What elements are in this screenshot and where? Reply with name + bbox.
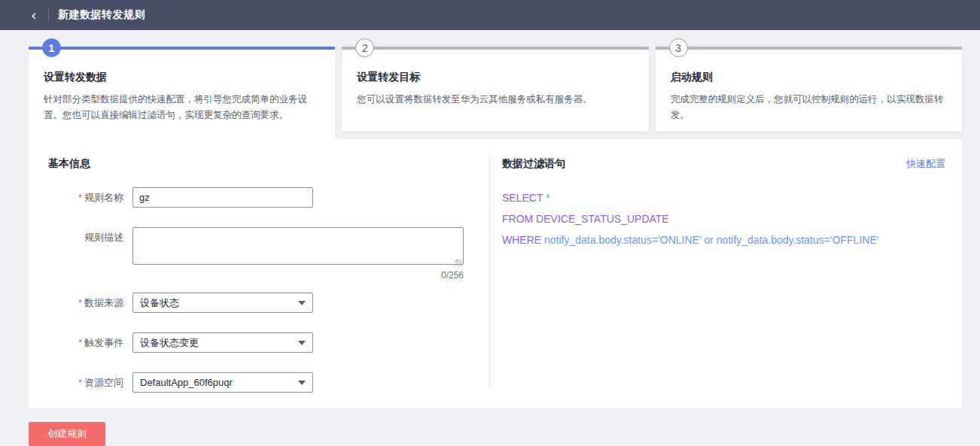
data-filter-panel: 数据过滤语句 快速配置 SELECT * FROM DEVICE_STATUS_…: [490, 139, 962, 408]
data-source-label: *数据来源: [48, 293, 132, 310]
required-marker: *: [78, 192, 82, 203]
step-card-1: 1 设置转发数据 针对部分类型数据提供的快速配置，将引导您完成简单的业务设置。您…: [29, 47, 335, 139]
trigger-event-row: *触发事件 设备状态变更: [48, 332, 489, 353]
sql-from-line: FROM DEVICE_STATUS_UPDATE: [502, 208, 945, 229]
data-source-row: *数据来源 设备状态: [48, 293, 489, 313]
trigger-event-label: *触发事件: [48, 332, 132, 350]
rule-description-label: 规则描述: [48, 227, 132, 244]
step-description-1: 针对部分类型数据提供的快速配置，将引导您完成简单的业务设置。您也可以直接编辑过滤…: [44, 92, 318, 123]
quick-config-link[interactable]: 快速配置: [906, 157, 945, 171]
step-title-2: 设置转发目标: [357, 71, 632, 84]
rule-name-label: *规则名称: [48, 187, 132, 205]
step-title-3: 启动规则: [671, 71, 945, 84]
resource-space-value: DefaultApp_60f6puqr: [140, 377, 233, 388]
data-source-select[interactable]: 设备状态: [132, 293, 313, 313]
chevron-down-icon: [298, 381, 306, 385]
step-number-badge-2: 2: [355, 38, 374, 57]
rule-config-panel: 基本信息 *规则名称 规则描述 0/256 *数据来源 设备状态: [29, 139, 962, 408]
step-card-3: 3 启动规则 完成完整的规则定义后，您就可以控制规则的运行，以实现数据转发。: [656, 47, 962, 132]
step-description-2: 您可以设置将数据转发至华为云其他服务或私有服务器。: [357, 92, 632, 108]
step-progress-line-3: [656, 47, 962, 50]
step-description-3: 完成完整的规则定义后，您就可以控制规则的运行，以实现数据转发。: [671, 92, 945, 123]
step-title-1: 设置转发数据: [44, 71, 318, 84]
header-divider: [48, 9, 49, 21]
step-card-2: 2 设置转发目标 您可以设置将数据转发至华为云其他服务或私有服务器。: [342, 47, 648, 132]
footer-actions: 创建规则: [29, 422, 980, 446]
required-marker: *: [78, 377, 82, 388]
rule-name-row: *规则名称: [48, 187, 489, 208]
rule-description-textarea[interactable]: [132, 227, 464, 265]
basic-info-heading: 基本信息: [48, 157, 489, 171]
chevron-down-icon: [298, 341, 306, 345]
step-progress-line-2: [342, 47, 648, 50]
sql-where-line: WHERE notify_data.body.status='ONLINE' o…: [502, 229, 945, 250]
step-progress-line-1: [29, 47, 335, 50]
resource-space-row: *资源空间 DefaultApp_60f6puqr: [48, 372, 489, 393]
back-button[interactable]: ‹: [26, 7, 42, 23]
sql-select-line: SELECT *: [502, 187, 945, 208]
step-number-badge-3: 3: [669, 38, 688, 57]
step-wizard: 1 设置转发数据 针对部分类型数据提供的快速配置，将引导您完成简单的业务设置。您…: [29, 47, 962, 139]
trigger-event-select[interactable]: 设备状态变更: [132, 332, 313, 353]
char-counter: 0/256: [132, 270, 464, 281]
trigger-event-value: 设备状态变更: [140, 336, 199, 350]
resource-space-select[interactable]: DefaultApp_60f6puqr: [132, 372, 313, 393]
data-source-value: 设备状态: [140, 296, 179, 310]
back-icon: ‹: [32, 8, 36, 23]
sql-statement: SELECT * FROM DEVICE_STATUS_UPDATE WHERE…: [502, 187, 945, 250]
page-title: 新建数据转发规则: [58, 8, 145, 22]
required-marker: *: [78, 337, 82, 348]
rule-name-input[interactable]: [132, 187, 313, 208]
create-rule-button[interactable]: 创建规则: [29, 422, 105, 446]
data-filter-heading: 数据过滤语句: [502, 157, 565, 171]
required-marker: *: [78, 297, 82, 308]
resource-space-label: *资源空间: [48, 372, 132, 390]
step-number-badge-1: 1: [42, 38, 61, 57]
rule-description-row: 规则描述 0/256: [48, 227, 489, 281]
page-header: ‹ 新建数据转发规则: [0, 0, 980, 30]
chevron-down-icon: [298, 301, 306, 305]
basic-info-form: 基本信息 *规则名称 规则描述 0/256 *数据来源 设备状态: [29, 139, 489, 408]
